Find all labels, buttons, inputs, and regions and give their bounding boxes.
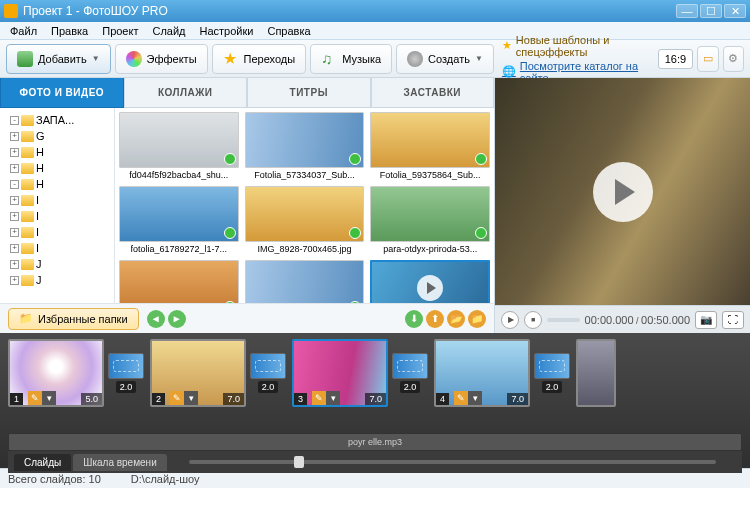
tl-tab-timeline[interactable]: Шкала времени [73,454,166,471]
screenshot-button[interactable]: ▭ [697,46,718,72]
thumbnail[interactable]: IMG_8928-700x465.jpg [245,186,365,254]
music-button[interactable]: ♫ Музыка [310,44,392,74]
expand-icon[interactable]: + [10,244,19,253]
thumbnail[interactable]: Fotolia_57334037_Sub... [245,112,365,180]
close-button[interactable]: ✕ [724,4,746,18]
stop-button[interactable]: ■ [524,311,542,329]
transition-thumb[interactable] [250,353,286,379]
tl-tab-slides[interactable]: Слайды [14,454,71,471]
timeline-slide[interactable]: 1✎▾5.0 [8,339,104,407]
slide-menu-icon[interactable]: ▾ [468,391,482,405]
thumbnail[interactable]: shutterstock_152875... [245,260,365,303]
import-button[interactable]: ⬇ [405,310,423,328]
tree-row[interactable]: +H [2,144,112,160]
expand-icon[interactable]: + [10,260,19,269]
timeline-slide[interactable]: 4✎▾7.0 [434,339,530,407]
zoom-thumb[interactable] [294,456,304,468]
add-button[interactable]: Добавить ▼ [6,44,111,74]
expand-icon[interactable]: - [10,180,19,189]
menu-edit[interactable]: Правка [45,23,94,39]
thumbnail[interactable]: para-otdyx-priroda-53... [370,186,490,254]
timeline-slide[interactable]: 3✎▾7.0 [292,339,388,407]
thumbnail[interactable]: fd044f5f92bacba4_shu... [119,112,239,180]
create-button[interactable]: Создать ▼ [396,44,494,74]
menu-slide[interactable]: Слайд [146,23,191,39]
settings-button[interactable]: ⚙ [723,46,744,72]
timeline-slide[interactable]: 2✎▾7.0 [150,339,246,407]
slide-duration[interactable]: 5.0 [81,393,102,405]
transition-thumb[interactable] [108,353,144,379]
menu-project[interactable]: Проект [96,23,144,39]
zoom-slider[interactable] [169,460,736,464]
seek-bar[interactable] [547,318,580,322]
tree-row[interactable]: +H [2,160,112,176]
tree-row[interactable]: -ЗАПА... [2,112,112,128]
expand-icon[interactable]: + [10,164,19,173]
create-label: Создать [428,53,470,65]
add-folder-button[interactable]: 📁 [468,310,486,328]
menu-settings[interactable]: Настройки [194,23,260,39]
chevron-down-icon: ▼ [92,54,100,63]
transition-duration[interactable]: 2.0 [400,381,421,393]
thumbnail[interactable]: видео.mp4 [370,260,490,303]
tree-row[interactable]: +I [2,224,112,240]
audio-track[interactable]: poyr elle.mp3 [8,433,742,451]
tree-row[interactable]: +I [2,208,112,224]
tree-row[interactable]: +I [2,192,112,208]
transitions-button[interactable]: ★ Переходы [212,44,307,74]
snapshot-button[interactable]: 📷 [695,311,717,329]
play-button[interactable]: ▶ [501,311,519,329]
tab-titles[interactable]: ТИТРЫ [247,78,371,108]
edit-slide-icon[interactable]: ✎ [170,391,184,405]
transition-duration[interactable]: 2.0 [258,381,279,393]
slide-menu-icon[interactable]: ▾ [184,391,198,405]
tree-row[interactable]: +J [2,272,112,288]
expand-icon[interactable]: + [10,132,19,141]
up-folder-button[interactable]: ⬆ [426,310,444,328]
fullscreen-button[interactable]: ⛶ [722,311,744,329]
slide-strip[interactable]: 1✎▾5.02.02✎▾7.02.03✎▾7.02.04✎▾7.02.0 [8,339,742,431]
slide-menu-icon[interactable]: ▾ [42,391,56,405]
tree-row[interactable]: +I [2,240,112,256]
preview-play-button[interactable] [593,162,653,222]
edit-slide-icon[interactable]: ✎ [28,391,42,405]
transition-thumb[interactable] [392,353,428,379]
menu-help[interactable]: Справка [261,23,316,39]
effects-button[interactable]: Эффекты [115,44,208,74]
slide-duration[interactable]: 7.0 [365,393,386,405]
slide-duration[interactable]: 7.0 [223,393,244,405]
expand-icon[interactable]: + [10,196,19,205]
nav-fwd-button[interactable]: ► [168,310,186,328]
tab-collages[interactable]: КОЛЛАЖИ [124,78,248,108]
aspect-ratio-selector[interactable]: 16:9 [658,49,693,69]
timeline-slide[interactable] [576,339,616,407]
transition-duration[interactable]: 2.0 [116,381,137,393]
tree-row[interactable]: +G [2,128,112,144]
thumbnail[interactable]: fotolia_61789272_l1-7... [119,186,239,254]
favorites-button[interactable]: 📁 Избранные папки [8,308,139,330]
thumbnail[interactable]: Fotolia_59375864_Sub... [370,112,490,180]
expand-icon[interactable]: + [10,212,19,221]
nav-back-button[interactable]: ◄ [147,310,165,328]
slide-duration[interactable]: 7.0 [507,393,528,405]
expand-icon[interactable]: + [10,228,19,237]
folder-tree[interactable]: -ЗАПА...+G+H+H-H+I+I+I+I+J+J [0,108,115,303]
tree-row[interactable]: +J [2,256,112,272]
thumbnail[interactable]: photodune-5636213-7... [119,260,239,303]
minimize-button[interactable]: — [676,4,698,18]
expand-icon[interactable]: + [10,148,19,157]
tree-row[interactable]: -H [2,176,112,192]
open-folder-button[interactable]: 📂 [447,310,465,328]
expand-icon[interactable]: - [10,116,19,125]
maximize-button[interactable]: ☐ [700,4,722,18]
edit-slide-icon[interactable]: ✎ [454,391,468,405]
tab-splash[interactable]: ЗАСТАВКИ [371,78,495,108]
transition-duration[interactable]: 2.0 [542,381,563,393]
expand-icon[interactable]: + [10,276,19,285]
folder-icon [21,259,34,270]
menu-file[interactable]: Файл [4,23,43,39]
transition-thumb[interactable] [534,353,570,379]
slide-menu-icon[interactable]: ▾ [326,391,340,405]
edit-slide-icon[interactable]: ✎ [312,391,326,405]
tab-photo-video[interactable]: ФОТО И ВИДЕО [0,78,124,108]
